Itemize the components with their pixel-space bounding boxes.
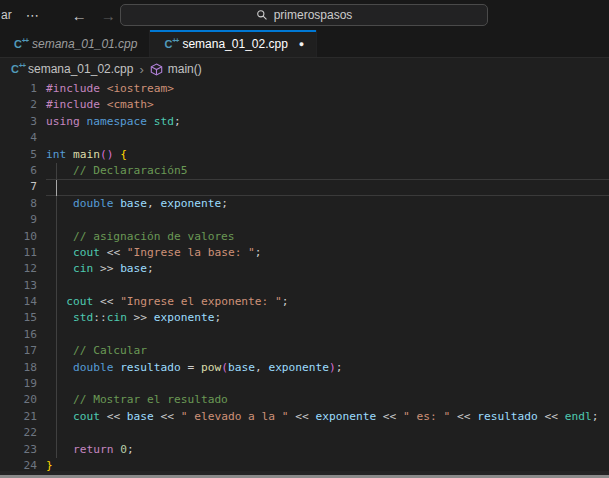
code-token: << [100,246,127,259]
code-token: #include [46,82,100,95]
code-token: ; [174,115,181,128]
code-line-content[interactable] [46,376,609,392]
code-line-content[interactable]: return 0; [46,442,609,458]
line-number: 5 [0,147,46,163]
chevron-right-icon: › [138,62,144,77]
code-line-content[interactable] [46,425,609,441]
code-token: pow [201,361,221,374]
line-number: 9 [0,212,46,228]
code-token: base [228,361,255,374]
code-line: 12 cin >> base; [0,261,609,277]
text-cursor [56,180,58,196]
line-number: 19 [0,376,46,392]
menu-item-partial[interactable]: ar [0,8,14,22]
code-token [46,361,73,374]
code-line-content[interactable] [46,327,609,343]
line-number: 4 [0,130,46,146]
code-line-content[interactable]: cout << "Ingrese el exponente: "; [46,294,609,310]
code-token: resultado [120,361,181,374]
code-token [66,148,73,161]
code-token [100,82,107,95]
code-token: cout [73,410,100,423]
code-lines: 1 #include <iostream> 2 #include <cmath>… [0,81,609,474]
code-token: ; [592,410,599,423]
code-line-content[interactable]: // Mostrar el resultado [46,392,609,408]
code-token [154,197,161,210]
code-line-content[interactable]: std::cin >> exponente; [46,310,609,326]
code-token: namespace [86,115,147,128]
breadcrumb-file[interactable]: semana_01_02.cpp [28,62,133,76]
code-line: 13 [0,278,609,294]
tab-semana-01-02[interactable]: C++ semana_01_02.cpp ● [150,30,317,57]
code-line-content[interactable]: double base, exponente; [46,196,609,212]
code-line-content[interactable]: #include <iostream> [46,81,609,97]
code-token: // Declararación5 [46,164,187,177]
code-token: #include [46,98,100,111]
line-number: 12 [0,261,46,277]
code-line-content[interactable]: cout << base << " elevado a la " << expo… [46,409,609,425]
code-line: 16 [0,327,609,343]
menu-more-icon[interactable]: ⋯ [14,8,52,23]
code-line-content[interactable]: cout << "Ingrese la base: "; [46,245,609,261]
cpp-file-icon: C++ [162,37,176,51]
line-number: 10 [0,229,46,245]
code-editor[interactable]: 1 #include <iostream> 2 #include <cmath>… [0,80,609,478]
line-number: 18 [0,360,46,376]
forward-arrow-icon[interactable]: → [101,7,116,24]
code-token: , [255,361,262,374]
line-number: 8 [0,196,46,212]
line-number: 11 [0,245,46,261]
line-number: 23 [0,442,46,458]
code-token: <iostream> [107,82,174,95]
code-token: std [154,115,174,128]
code-token: double [73,197,113,210]
code-token: ) [329,361,336,374]
command-center-search[interactable]: primerospasos [120,4,488,26]
code-token: " elevado a la " [181,410,289,423]
code-token: ; [282,295,289,308]
code-token: base [127,410,154,423]
code-line-content[interactable]: using namespace std; [46,114,609,130]
code-line-content[interactable]: // asignación de valores [46,229,609,245]
cpp-file-icon: C++ [9,62,23,76]
code-line-content[interactable] [46,130,609,146]
modified-dot-icon[interactable]: ● [299,39,304,49]
code-line-content[interactable] [46,179,609,195]
code-token: resultado [477,410,538,423]
code-line-content[interactable] [46,278,609,294]
code-token: int [46,148,66,161]
breadcrumb-symbol[interactable]: main() [168,62,202,76]
line-number: 6 [0,163,46,179]
code-token: std [73,311,93,324]
code-token: return [73,443,113,456]
code-token: , [147,197,154,210]
code-line-content[interactable] [46,212,609,228]
code-line-content[interactable]: // Declararación5 [46,163,609,179]
code-line: 21 cout << base << " elevado a la " << e… [0,409,609,425]
code-token: exponente [161,197,222,210]
code-token: ; [255,246,262,259]
code-token: ; [127,443,134,456]
code-line-content[interactable]: #include <cmath> [46,97,609,113]
tab-semana-01-01[interactable]: C++ semana_01_01.cpp [0,30,150,57]
code-line: 11 cout << "Ingrese la base: "; [0,245,609,261]
code-token [46,246,73,259]
code-line-content[interactable]: int main() { [46,147,609,163]
code-line: 14 cout << "Ingrese el exponente: "; [0,294,609,310]
code-token: << [100,410,127,423]
code-line-content[interactable]: // Calcular [46,343,609,359]
code-token [100,98,107,111]
search-icon [256,9,268,21]
code-line: 5 int main() { [0,147,609,163]
code-token: main [73,148,100,161]
indent-guide [56,163,57,458]
code-line-content[interactable]: double resultado = pow(base, exponente); [46,360,609,376]
line-number: 16 [0,327,46,343]
code-token: exponente [154,311,215,324]
window-bottom-edge [0,471,609,478]
back-arrow-icon[interactable]: ← [72,7,87,24]
code-token: cout [66,295,93,308]
search-text: primerospasos [274,8,353,22]
code-token: endl [565,410,592,423]
code-line-content[interactable]: cin >> base; [46,261,609,277]
